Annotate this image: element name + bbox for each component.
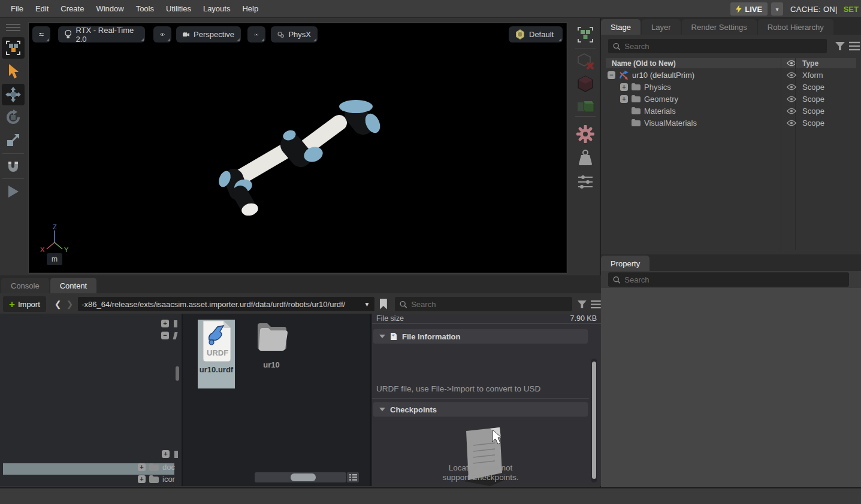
viewport-visibility-button[interactable]: [153, 26, 171, 42]
tree-node-expanded[interactable]: −: [161, 332, 177, 339]
prim-name[interactable]: Geometry: [644, 95, 678, 104]
visibility-toggle[interactable]: [784, 84, 799, 90]
current-path[interactable]: -x86_64/release/exts/isaacsim.asset.impo…: [81, 300, 362, 309]
menu-window[interactable]: Window: [90, 0, 129, 18]
stage-search-input[interactable]: [624, 42, 822, 51]
physics-selector[interactable]: PhysX: [271, 26, 318, 42]
tree-node-collapsed[interactable]: +: [161, 320, 177, 327]
slider-handle[interactable]: [291, 473, 316, 481]
nav-back-button[interactable]: ❮: [52, 299, 64, 309]
tab-property[interactable]: Property: [601, 256, 649, 271]
viewport-3d[interactable]: RTX - Real-Time 2.0 Perspective: [29, 23, 567, 273]
move-tool-button[interactable]: [2, 84, 25, 105]
scale-tool-button[interactable]: [2, 129, 25, 151]
expand-icon[interactable]: +: [620, 83, 628, 91]
expand-icon[interactable]: +: [161, 320, 169, 327]
render-profile-selector[interactable]: Default: [509, 26, 563, 42]
content-search[interactable]: [395, 297, 572, 311]
mass-properties-button[interactable]: [575, 147, 596, 169]
tree-node-doc[interactable]: + doc: [138, 463, 175, 472]
folder-label[interactable]: doc: [162, 463, 175, 472]
live-dropdown-chevron[interactable]: ▾: [771, 2, 783, 16]
dark-cube-button[interactable]: [575, 73, 596, 95]
stage-row-visualmaterials[interactable]: VisualMaterials Scope: [606, 117, 856, 129]
tab-robot-hierarchy[interactable]: Robot Hierarchy: [758, 19, 833, 35]
stage-row-materials[interactable]: Materials Scope: [606, 105, 856, 117]
tab-render-settings[interactable]: Render Settings: [682, 19, 757, 35]
expand-icon[interactable]: +: [620, 95, 628, 103]
file-information-header[interactable]: File Information: [373, 329, 588, 344]
content-folder-tree[interactable]: + − + + doc: [0, 314, 183, 486]
tab-layer[interactable]: Layer: [642, 19, 681, 35]
expand-icon[interactable]: +: [138, 475, 146, 483]
visibility-toggle[interactable]: [784, 120, 799, 126]
file-tile-ur10-folder[interactable]: ur10: [253, 320, 290, 369]
prim-name[interactable]: Materials: [644, 107, 676, 116]
content-options-icon[interactable]: [591, 300, 601, 309]
viewport-settings-button[interactable]: [32, 26, 50, 42]
view-mode-toggle[interactable]: [347, 472, 359, 482]
stage-row-ur10[interactable]: − ur10 (defaultPrim) Xform: [606, 69, 856, 81]
file-tile-ur10-urdf[interactable]: URDF ur10.urdf: [198, 320, 235, 388]
tab-console[interactable]: Console: [1, 278, 49, 293]
stage-search[interactable]: [608, 39, 827, 53]
expand-icon[interactable]: +: [162, 450, 170, 458]
import-button[interactable]: + Import: [3, 296, 46, 312]
tree-node-icor[interactable]: + icor: [138, 475, 175, 484]
content-filter-icon[interactable]: [577, 299, 587, 309]
tab-content[interactable]: Content: [50, 278, 97, 293]
visibility-toggle[interactable]: [784, 72, 799, 78]
visibility-toggle[interactable]: [784, 96, 799, 102]
stage-tree-header[interactable]: Name (Old to New) Type: [606, 58, 856, 68]
info-scrollbar-thumb[interactable]: [592, 362, 596, 479]
selection-set-button[interactable]: [575, 24, 596, 45]
delete-prim-button[interactable]: [575, 50, 596, 72]
live-button[interactable]: LIVE: [730, 2, 768, 16]
stage-options-icon[interactable]: [849, 41, 860, 51]
bookmark-icon[interactable]: [379, 299, 388, 309]
settings-link[interactable]: SET: [844, 5, 859, 14]
menu-create[interactable]: Create: [55, 0, 90, 18]
prim-name[interactable]: Physics: [644, 83, 671, 92]
play-button[interactable]: [2, 181, 25, 202]
property-search[interactable]: [608, 272, 849, 287]
expand-icon[interactable]: +: [138, 463, 146, 471]
column-name[interactable]: Name (Old to New): [606, 59, 676, 68]
prim-name[interactable]: ur10 (defaultPrim): [632, 71, 694, 80]
path-breadcrumb-field[interactable]: -x86_64/release/exts/isaacsim.asset.impo…: [78, 297, 374, 311]
simulation-settings-button[interactable]: [575, 171, 596, 193]
file-grid[interactable]: URDF ur10.urdf ur10: [184, 314, 371, 486]
checkpoints-header[interactable]: Checkpoints: [373, 402, 588, 417]
green-cubes-button[interactable]: [575, 96, 596, 117]
menu-edit[interactable]: Edit: [29, 0, 55, 18]
snap-tool-button[interactable]: [2, 156, 25, 177]
collapse-icon[interactable]: −: [161, 332, 169, 339]
select-tool-button[interactable]: [2, 61, 25, 83]
tab-stage[interactable]: Stage: [601, 19, 641, 35]
tree-node-collapsed[interactable]: +: [162, 450, 178, 458]
selection-mode-button[interactable]: [2, 37, 25, 59]
menu-utilities[interactable]: Utilities: [160, 0, 197, 18]
file-name[interactable]: ur10.urdf: [200, 365, 233, 374]
collapse-icon[interactable]: −: [608, 71, 615, 79]
menu-layouts[interactable]: Layouts: [197, 0, 237, 18]
renderer-selector[interactable]: RTX - Real-Time 2.0: [58, 26, 145, 42]
thumbnail-size-slider[interactable]: [255, 472, 346, 482]
tree-scrollbar-thumb[interactable]: [176, 366, 179, 381]
menu-help[interactable]: Help: [236, 0, 264, 18]
content-search-input[interactable]: [411, 300, 567, 309]
prim-name[interactable]: VisualMaterials: [644, 119, 697, 127]
stage-row-geometry[interactable]: + Geometry Scope: [606, 93, 856, 105]
folder-label[interactable]: icor: [162, 475, 175, 484]
nav-forward-button[interactable]: ❯: [64, 299, 75, 309]
physics-settings-button[interactable]: [575, 123, 596, 145]
path-dropdown-icon[interactable]: ▼: [364, 301, 370, 308]
menu-tools[interactable]: Tools: [130, 0, 160, 18]
rotate-tool-button[interactable]: [2, 107, 25, 128]
info-scrollbar[interactable]: [591, 359, 597, 482]
camera-selector[interactable]: Perspective: [176, 26, 241, 42]
column-type[interactable]: Type: [802, 59, 818, 68]
menu-file[interactable]: File: [5, 0, 29, 18]
visibility-toggle[interactable]: [784, 108, 799, 114]
stage-filter-icon[interactable]: [835, 41, 845, 51]
